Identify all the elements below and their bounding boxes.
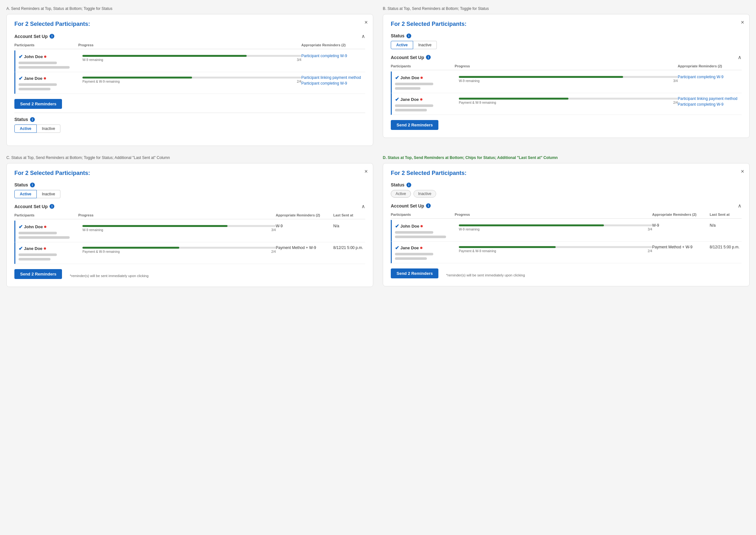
- panel-a-account-title: Account Set Up i: [15, 34, 54, 39]
- toggle-group-a: Active Inactive: [15, 125, 365, 133]
- progress-label-john-a: W-9 remaining 3/4: [82, 58, 301, 62]
- panel-b-account-chevron[interactable]: ∧: [738, 54, 741, 60]
- progress-john-c: W-9 remaining 3/4: [82, 224, 276, 239]
- progress-fill-john-d: [459, 224, 604, 226]
- reminder-john-c: W-9: [276, 224, 333, 239]
- progress-fill-jane-d: [459, 246, 556, 248]
- send-btn-b[interactable]: Send 2 Reminders: [391, 120, 438, 130]
- panel-a-for: For: [15, 21, 25, 27]
- check-icon-john-a: ✔: [18, 54, 23, 60]
- panel-a-close[interactable]: ×: [364, 19, 368, 25]
- panel-d-title: For 2 Selected Participants:: [391, 170, 741, 177]
- reminders-john-b: Participant completing W-9: [678, 75, 741, 90]
- toggle-active-c[interactable]: Active: [15, 190, 37, 198]
- reminders-jane-a: Participant linking payment method Parti…: [301, 75, 365, 90]
- skeleton-jane-d-2: [395, 257, 427, 260]
- panel-c-account-info-icon[interactable]: i: [49, 204, 54, 209]
- participant-name-john-c: ✔ John Doe: [18, 224, 82, 239]
- dot-john-d: [420, 225, 423, 227]
- last-sent-john-d: N/a: [710, 223, 741, 238]
- participant-name-john-a: ✔ John Doe: [18, 54, 82, 69]
- reminder-link-john-b-1[interactable]: Participant completing W-9: [678, 75, 741, 79]
- chip-inactive-d[interactable]: Inactive: [413, 190, 436, 198]
- panel-a-subtitle: Selected Participants:: [30, 21, 90, 27]
- status-section-b: Status i Active Inactive: [391, 33, 741, 49]
- skeleton-jane-c-2: [18, 258, 50, 261]
- skeleton-jane-a-2: [18, 88, 50, 90]
- table-row: ✔ Jane Doe Payment & W-9 remaining 2/4: [391, 93, 741, 115]
- reminder-jane-c: Payment Method + W-9: [276, 245, 333, 261]
- panel-c-account-header: Account Set Up i ∧: [15, 203, 365, 210]
- section-d-label: D. Status at Top, Send Reminders at Bott…: [383, 155, 750, 160]
- progress-bar-john-a: [82, 55, 301, 57]
- toggle-inactive-c[interactable]: Inactive: [37, 190, 60, 198]
- participant-name-john-d: ✔ John Doe: [395, 223, 459, 238]
- panel-a-account-chevron[interactable]: ∧: [361, 33, 365, 39]
- panel-c-account-chevron[interactable]: ∧: [361, 203, 365, 210]
- skeleton-jane-c-1: [18, 253, 57, 256]
- check-icon-jane-b: ✔: [395, 97, 399, 102]
- progress-john-b: W-9 remaining 3/4: [459, 75, 678, 90]
- participant-name-jane-b: ✔ Jane Doe: [395, 97, 459, 111]
- status-info-icon-a[interactable]: i: [30, 117, 35, 122]
- reminder-link-jane-a-1[interactable]: Participant linking payment method: [301, 75, 365, 80]
- participant-name-john-b: ✔ John Doe: [395, 75, 459, 90]
- table-row: ✔ John Doe W-9 remaining 3/4: [15, 50, 365, 72]
- last-sent-john-c: N/a: [333, 224, 365, 239]
- status-title-b: Status i: [391, 33, 741, 38]
- progress-label-jane-c: Payment & W-9 remaining 2/4: [82, 250, 276, 253]
- toggle-group-b: Active Inactive: [391, 41, 741, 49]
- toggle-active-b[interactable]: Active: [391, 41, 413, 49]
- panel-a-table-header: Participants Progress Appropriate Remind…: [15, 43, 365, 49]
- skeleton-john-a-2: [18, 66, 70, 69]
- status-info-icon-c[interactable]: i: [30, 183, 35, 187]
- reminder-note-c: *reminder(s) will be sent immediately up…: [70, 274, 148, 278]
- progress-bar-john-b: [459, 76, 678, 78]
- last-sent-jane-c: 8/12/21 5:00 p.m.: [333, 245, 365, 261]
- jane-name-a: Jane Doe: [24, 76, 43, 81]
- check-icon-jane-d: ✔: [395, 245, 399, 251]
- send-btn-c[interactable]: Send 2 Reminders: [15, 269, 62, 279]
- reminder-link-jane-a-2[interactable]: Participant completing W-9: [301, 81, 365, 86]
- panel-d-account-chevron[interactable]: ∧: [738, 203, 741, 209]
- reminders-jane-b: Participant linking payment method Parti…: [678, 97, 741, 111]
- panel-a-account-info-icon[interactable]: i: [49, 34, 54, 39]
- participant-name-jane-d: ✔ Jane Doe: [395, 245, 459, 260]
- table-row: ✔ Jane Doe Payment & W-9 remaining 2/4: [15, 72, 365, 94]
- toggle-active-a[interactable]: Active: [15, 125, 37, 133]
- progress-fill-jane-a: [82, 77, 192, 78]
- check-icon-jane-a: ✔: [18, 75, 23, 81]
- panel-c-table-header: Participants Progress Appropriate Remind…: [15, 213, 365, 219]
- send-btn-a[interactable]: Send 2 Reminders: [15, 99, 62, 109]
- panel-c-count: 2: [25, 170, 28, 176]
- status-info-icon-d[interactable]: i: [407, 183, 411, 187]
- toggle-inactive-b[interactable]: Inactive: [413, 41, 437, 49]
- last-sent-jane-d: 8/12/21 5:00 p.m.: [710, 245, 741, 260]
- progress-jane-a: Payment & W-9 remaining 2/4: [82, 75, 301, 90]
- toggle-inactive-a[interactable]: Inactive: [37, 125, 60, 133]
- panel-c-close[interactable]: ×: [364, 169, 368, 174]
- panel-b-close[interactable]: ×: [741, 19, 744, 25]
- reminder-link-jane-b-2[interactable]: Participant completing W-9: [678, 102, 741, 107]
- panel-d-close[interactable]: ×: [741, 169, 744, 174]
- panel-a-count: 2: [25, 21, 28, 27]
- reminder-link-jane-b-1[interactable]: Participant linking payment method: [678, 97, 741, 101]
- progress-label-john-d: W-9 remaining 3/4: [459, 228, 652, 231]
- progress-fill-john-b: [459, 76, 623, 78]
- panel-a-account-header: Account Set Up i ∧: [15, 33, 365, 39]
- status-info-icon-b[interactable]: i: [407, 34, 411, 38]
- chip-active-d[interactable]: Active: [391, 190, 411, 198]
- check-icon-jane-c: ✔: [18, 245, 23, 252]
- check-icon-john-c: ✔: [18, 224, 23, 230]
- progress-john-a: W-9 remaining 3/4: [82, 54, 301, 69]
- reminder-link-john-a-1[interactable]: Participant completing W-9: [301, 54, 365, 58]
- check-icon-john-d: ✔: [395, 223, 399, 229]
- panel-b-account-header: Account Set Up i ∧: [391, 54, 741, 60]
- chip-group-d: Active Inactive: [391, 190, 741, 198]
- panel-b-account-info-icon[interactable]: i: [426, 55, 431, 60]
- panel-d-account-info-icon[interactable]: i: [426, 203, 431, 208]
- progress-label-jane-b: Payment & W-9 remaining 2/4: [459, 101, 678, 104]
- send-row-d: Send 2 Reminders *reminder(s) will be se…: [391, 268, 741, 278]
- skeleton-john-c-2: [18, 236, 70, 239]
- send-btn-d[interactable]: Send 2 Reminders: [391, 268, 438, 278]
